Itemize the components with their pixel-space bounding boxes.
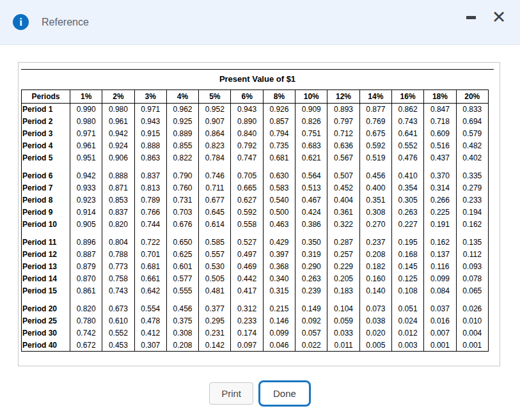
pv-value-cell: 0.735 (263, 140, 295, 152)
pv-value-cell: 0.788 (102, 249, 134, 261)
gap-cell (199, 297, 231, 303)
pv-value-cell: 0.552 (391, 140, 423, 152)
pv-value-cell: 0.012 (391, 327, 423, 339)
pv-value-cell: 0.322 (327, 219, 359, 231)
pv-value-cell: 0.400 (359, 182, 391, 194)
pv-value-cell: 0.952 (199, 104, 231, 116)
pv-value-cell: 0.022 (295, 339, 327, 352)
print-button[interactable]: Print (209, 382, 253, 405)
gap-cell (199, 164, 231, 170)
pv-value-cell: 0.057 (295, 327, 327, 339)
pv-value-cell: 0.676 (166, 219, 198, 231)
pv-value-cell: 0.424 (295, 206, 327, 219)
pv-value-cell: 0.478 (134, 315, 166, 327)
pv-value-cell: 0.701 (134, 249, 166, 261)
minimize-button[interactable] (462, 9, 479, 26)
pv-value-cell: 0.820 (102, 219, 134, 231)
pv-value-cell: 0.231 (199, 327, 231, 339)
table-row: Period 120.8870.7880.7010.6250.5570.4970… (22, 249, 489, 261)
table-row: Period 250.7800.6100.4780.3750.2950.2330… (22, 315, 489, 327)
pv-value-cell: 0.962 (166, 104, 198, 116)
pv-value-cell: 0.645 (199, 206, 231, 219)
period-label: Period 1 (22, 104, 70, 116)
pv-value-cell: 0.630 (263, 170, 295, 182)
gap-cell (166, 231, 198, 237)
rate-column-header: 20% (456, 90, 488, 104)
pv-value-cell: 0.437 (424, 152, 456, 164)
pv-value-cell: 0.104 (327, 303, 359, 315)
close-button[interactable]: ✕ (489, 8, 508, 27)
pv-value-cell: 0.476 (391, 152, 423, 164)
pv-value-cell: 0.837 (102, 206, 134, 219)
pv-value-cell: 0.078 (456, 273, 488, 285)
gap-cell (295, 231, 327, 237)
group-gap-row (22, 164, 489, 170)
period-label: Period 10 (22, 219, 70, 231)
rate-column-header: 10% (295, 90, 327, 104)
pv-value-cell: 0.116 (424, 261, 456, 273)
period-label: Period 8 (22, 194, 70, 206)
pv-value-cell: 0.780 (70, 315, 102, 327)
pv-value-cell: 0.481 (199, 285, 231, 297)
pv-value-cell: 0.233 (456, 194, 488, 206)
rate-column-header: 12% (327, 90, 359, 104)
gap-cell (102, 164, 134, 170)
period-label: Period 13 (22, 261, 70, 273)
done-button[interactable]: Done (258, 380, 311, 407)
pv-value-cell: 0.926 (263, 104, 295, 116)
period-label: Period 6 (22, 170, 70, 182)
gap-cell (359, 297, 391, 303)
pv-value-cell: 0.747 (231, 152, 263, 164)
period-label: Period 9 (22, 206, 70, 219)
pv-value-cell: 0.971 (70, 128, 102, 140)
pv-value-cell: 0.677 (199, 194, 231, 206)
pv-value-cell: 0.552 (102, 327, 134, 339)
pv-value-cell: 0.564 (295, 170, 327, 182)
pv-value-cell: 0.227 (391, 219, 423, 231)
pv-value-cell: 0.864 (199, 128, 231, 140)
rate-column-header: 18% (424, 90, 456, 104)
gap-cell (359, 164, 391, 170)
pv-value-cell: 0.683 (295, 140, 327, 152)
pv-value-cell: 0.923 (70, 194, 102, 206)
table-row: Period 60.9420.8880.8370.7900.7460.7050.… (22, 170, 489, 182)
pv-value-cell: 0.980 (102, 104, 134, 116)
pv-value-cell: 0.037 (424, 303, 456, 315)
pv-value-cell: 0.609 (424, 128, 456, 140)
pv-value-cell: 0.500 (263, 206, 295, 219)
pv-value-cell: 0.924 (102, 140, 134, 152)
table-row: Period 200.8200.6730.5540.4560.3770.3120… (22, 303, 489, 315)
period-label: Period 20 (22, 303, 70, 315)
pv-value-cell: 0.577 (166, 273, 198, 285)
pv-value-cell: 0.665 (231, 182, 263, 194)
pv-value-cell: 0.456 (166, 303, 198, 315)
pv-value-cell: 0.933 (70, 182, 102, 194)
pv-value-cell: 0.208 (166, 339, 198, 352)
pv-value-cell: 0.769 (359, 116, 391, 128)
gap-cell (231, 231, 263, 237)
pv-value-cell: 0.840 (231, 128, 263, 140)
table-row: Period 100.9050.8200.7440.6760.6140.5580… (22, 219, 489, 231)
reference-panel: Present Value of $1 Periods1%2%3%4%5%6%8… (18, 62, 500, 366)
pv-value-cell: 0.614 (199, 219, 231, 231)
gap-cell (327, 164, 359, 170)
pv-value-cell: 0.857 (263, 116, 295, 128)
pv-value-cell: 0.410 (391, 170, 423, 182)
pv-value-cell: 0.314 (424, 182, 456, 194)
gap-cell (391, 231, 423, 237)
pv-value-cell: 0.896 (70, 237, 102, 249)
pv-value-cell: 0.712 (327, 128, 359, 140)
gap-cell (134, 297, 166, 303)
pv-value-cell: 0.361 (327, 206, 359, 219)
pv-value-cell: 0.905 (70, 219, 102, 231)
pv-value-cell: 0.906 (102, 152, 134, 164)
rate-column-header: 4% (166, 90, 198, 104)
gap-cell (22, 231, 70, 237)
pv-value-cell: 0.823 (199, 140, 231, 152)
table-row: Period 70.9330.8710.8130.7600.7110.6650.… (22, 182, 489, 194)
pv-value-cell: 0.162 (424, 237, 456, 249)
pv-value-cell: 0.073 (359, 303, 391, 315)
pv-value-cell: 0.879 (70, 261, 102, 273)
table-top-rule (21, 69, 494, 70)
table-row: Period 90.9140.8370.7660.7030.6450.5920.… (22, 206, 489, 219)
